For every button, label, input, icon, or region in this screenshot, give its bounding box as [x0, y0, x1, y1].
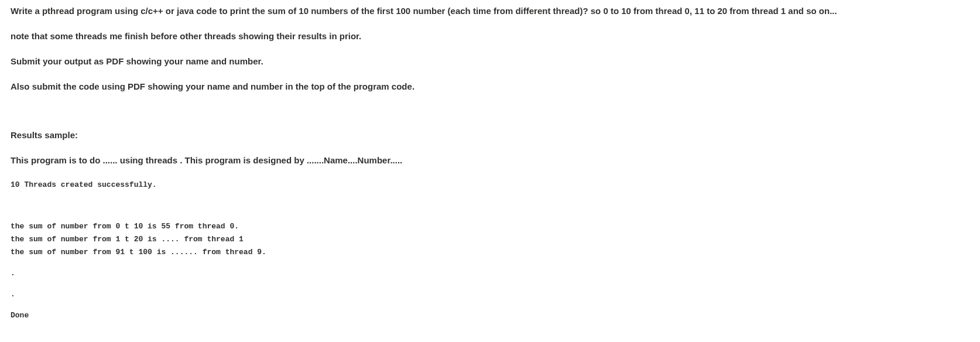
question-line-1: Write a pthread program using c/c++ or j… — [11, 5, 969, 17]
output-dot-1: . — [11, 267, 969, 280]
results-heading: Results sample: — [11, 129, 969, 141]
spacer — [11, 204, 969, 220]
threads-created-line: 10 Threads created successfully. — [11, 179, 969, 191]
question-line-4: Also submit the code using PDF showing y… — [11, 80, 969, 93]
question-line-2: note that some threads me finish before … — [11, 30, 969, 42]
spacer — [11, 301, 969, 309]
results-description: This program is to do ...... using threa… — [11, 154, 969, 166]
question-line-3: Submit your output as PDF showing your n… — [11, 55, 969, 67]
spacer — [11, 105, 969, 129]
output-line-0: the sum of number from 0 t 10 is 55 from… — [11, 220, 969, 233]
done-line: Done — [11, 309, 969, 322]
spacer — [11, 280, 969, 288]
output-dot-2: . — [11, 288, 969, 301]
spacer — [11, 259, 969, 267]
output-line-2: the sum of number from 91 t 100 is .....… — [11, 246, 969, 259]
output-line-1: the sum of number from 1 t 20 is .... fr… — [11, 233, 969, 246]
